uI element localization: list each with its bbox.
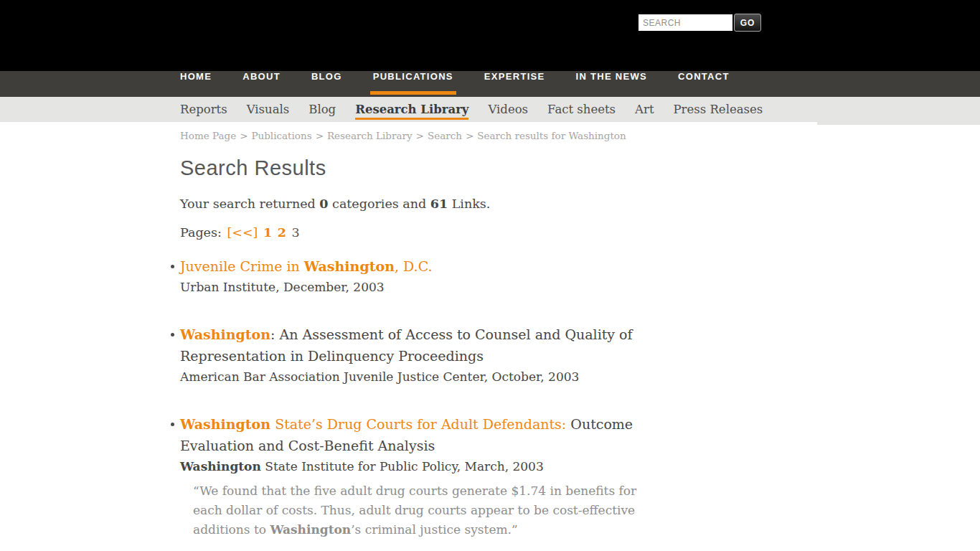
result-1-title-link[interactable]: Juvenile Crime in Washington, D.C. [180,258,433,274]
nav-item-in-the-news[interactable]: IN THE NEWS [576,71,648,97]
pagination-current-page: 3 [292,225,300,240]
results-list: Juvenile Crime in Washington, D.C. Urban… [180,255,800,540]
breadcrumb-link-home-page[interactable]: Home Page [180,130,236,141]
subnav-item-art[interactable]: Art [635,97,654,122]
bullet-icon [171,265,174,268]
page-title: Search Results [180,155,800,181]
result-2-title: Washington: An Assessment of Access to C… [180,324,639,367]
nav-item-about[interactable]: ABOUT [242,71,281,97]
result-1-source-text: Urban Institute, December, 2003 [180,280,385,294]
search-result-2: Washington: An Assessment of Access to C… [180,324,646,387]
result-3-source: Washington State Institute for Public Po… [180,456,646,477]
summary-suffix: Links. [448,197,490,211]
result-3-title-match: Washington [180,416,270,432]
main-nav-inner: HOME ABOUT BLOG PUBLICATIONS EXPERTISE I… [163,71,817,97]
result-1-title-post: , D.C. [395,258,433,274]
site-search: GO [639,14,761,32]
pagination-page-1-link[interactable]: 1 [263,225,272,240]
search-go-button[interactable]: GO [734,14,761,32]
result-1-source: Urban Institute, December, 2003 [180,277,646,298]
result-2-title-match: Washington [180,326,270,342]
results-summary: Your search returned 0 categories and 61… [180,195,800,212]
result-3-title-link[interactable]: Washington State’s Drug Courts for Adult… [180,416,566,432]
categories-count: 0 [319,197,328,211]
search-input[interactable] [639,14,732,31]
sub-nav-inner: Reports Visuals Blog Research Library Vi… [163,97,817,122]
subnav-tail-decoration [817,122,980,125]
breadcrumb: Home Page>Publications>Research Library>… [180,129,800,142]
nav-item-expertise[interactable]: EXPERTISE [484,71,545,97]
page: GO HOME ABOUT BLOG PUBLICATIONS EXPERTIS… [0,0,980,551]
subnav-item-videos[interactable]: Videos [488,97,528,122]
pagination-label: Pages: [180,225,222,240]
breadcrumb-separator: > [316,130,324,141]
pagination-prev-link[interactable]: [<<] [227,225,258,240]
result-2-source-text: American Bar Association Juvenile Justic… [180,369,579,384]
breadcrumb-separator: > [416,130,424,141]
result-3-title-post: State’s Drug Courts for Adult Defendants… [270,416,566,432]
breadcrumb-separator: > [240,130,248,141]
result-3-quote: “We found that the five adult drug court… [193,481,645,540]
sub-nav: Reports Visuals Blog Research Library Vi… [0,97,980,122]
bullet-icon [171,333,174,336]
pagination-page-2-link[interactable]: 2 [278,225,286,240]
result-3-source-text: State Institute for Public Policy, March… [261,459,544,474]
links-count: 61 [430,197,448,211]
result-3-quote-post: ’s criminal justice system.” [351,522,517,537]
summary-prefix: Your search returned [180,197,319,211]
breadcrumb-link-search[interactable]: Search [428,130,462,141]
breadcrumb-link-research-library[interactable]: Research Library [327,130,413,141]
main-nav: HOME ABOUT BLOG PUBLICATIONS EXPERTISE I… [0,71,980,97]
result-3-title: Washington State’s Drug Courts for Adult… [180,413,639,456]
result-3-source-match: Washington [180,459,261,474]
nav-item-blog[interactable]: BLOG [311,71,342,97]
breadcrumb-current: Search results for Washington [477,130,626,141]
result-2-title-link[interactable]: Washington [180,326,270,342]
subnav-item-visuals[interactable]: Visuals [247,97,290,122]
subnav-item-blog[interactable]: Blog [308,97,336,122]
subnav-item-fact-sheets[interactable]: Fact sheets [547,97,616,122]
pagination: Pages: [<<] 1 2 3 [180,224,800,241]
result-1-title-pre: Juvenile Crime in [180,258,304,274]
nav-item-home[interactable]: HOME [180,71,212,97]
search-result-1: Juvenile Crime in Washington, D.C. Urban… [180,255,646,298]
result-1-title-match: Washington [304,258,395,274]
search-result-3: Washington State’s Drug Courts for Adult… [180,413,646,540]
result-2-source: American Bar Association Juvenile Justic… [180,367,646,387]
subnav-item-reports[interactable]: Reports [180,97,227,122]
subnav-item-research-library[interactable]: Research Library [355,97,468,122]
nav-item-publications[interactable]: PUBLICATIONS [373,71,453,97]
breadcrumb-separator: > [466,130,473,141]
content: Home Page>Publications>Research Library>… [163,122,817,551]
bullet-icon [171,423,174,426]
result-3-quote-match: Washington [270,522,351,537]
nav-item-contact[interactable]: CONTACT [678,71,730,97]
subnav-item-press-releases[interactable]: Press Releases [674,97,763,122]
result-1-title: Juvenile Crime in Washington, D.C. [180,255,639,277]
summary-middle: categories and [329,197,430,211]
breadcrumb-link-publications[interactable]: Publications [251,130,311,141]
top-header: GO [0,0,980,71]
